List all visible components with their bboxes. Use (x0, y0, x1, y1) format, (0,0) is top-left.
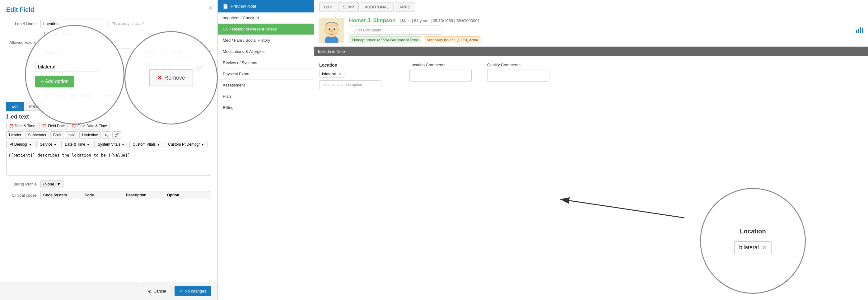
edit-tab[interactable]: Edit (6, 102, 24, 111)
top-tabs: H&P SOAP ADDITIONAL APPS (314, 0, 868, 14)
billing-label: Billing Profile (6, 182, 40, 186)
move-btn-2[interactable]: Move (140, 59, 156, 67)
document-icon: 📄 (223, 4, 228, 9)
tab-apps[interactable]: APPS (395, 2, 415, 11)
right-panel: H&P SOAP ADDITIONAL APPS (314, 0, 868, 300)
value-input-2[interactable] (44, 59, 137, 67)
insert-service[interactable]: Service ▼ (36, 141, 60, 148)
tab-additional[interactable]: ADDITIONAL (360, 2, 394, 11)
insert-date-time[interactable]: Date & Time ▼ (61, 141, 93, 148)
format-buttons: ⏰ Date & Time 📅 Field Date ⏰ Field Date … (6, 123, 211, 129)
btn-sup[interactable]: x2 (112, 131, 121, 139)
tab-soap[interactable]: SOAP (338, 2, 359, 11)
remove-btn-3[interactable]: ✕ Remove (158, 70, 183, 77)
insert-custom-pt-demogr[interactable]: Custom Pt Demogr ▼ (164, 141, 208, 148)
new-page-checkbox[interactable] (99, 94, 103, 98)
required-label: Required field (50, 32, 75, 36)
dropdown-arrow-1: ▼ (29, 143, 32, 146)
no-changes-button[interactable]: ✓ No changes (175, 286, 211, 296)
tab-hp[interactable]: H&P (319, 2, 337, 11)
select-placeholder[interactable]: elect at least one option (319, 80, 381, 89)
btn-italic[interactable]: Italic (65, 131, 78, 139)
label-name-label: Label Name (6, 22, 40, 26)
fmt-field-date-time[interactable]: ⏰ Field Date & Time (69, 123, 110, 129)
nav-item-assessment[interactable]: Assessment (218, 80, 314, 91)
preview-note-header: 📄 Preview Note (218, 0, 314, 12)
edit-field-title: Edit Field (6, 6, 211, 13)
nav-item-ros[interactable]: Review of Systems (218, 57, 314, 68)
fmt-field-date[interactable]: 📅 Field Date (39, 123, 67, 129)
dropdown-arrow-2: ▼ (54, 143, 57, 146)
insert-custom-vitals[interactable]: Custom Vitals ▼ (129, 141, 164, 148)
include-in-note-header: Include in Note (314, 47, 868, 56)
cancel-button[interactable]: ⊘ Cancel (143, 286, 171, 296)
patient-info: Homer J. Simpson | Male | 64 years | 05/… (349, 18, 481, 43)
btn-header[interactable]: Header (6, 131, 24, 139)
patient-name: Homer J. Simpson | Male | 64 years | 05/… (349, 18, 481, 24)
checkmark-icon: ✓ (180, 289, 183, 294)
template-textarea[interactable]: {{patient}} describes the location to be… (6, 151, 211, 176)
bilateral-tag: bilateral ✕ (319, 70, 344, 78)
new-page-label: New Pa (99, 93, 119, 98)
billing-select[interactable]: (None) ▼ (40, 180, 63, 188)
btn-sub[interactable]: x2 (102, 131, 111, 139)
add-option-button[interactable]: + Add option (44, 81, 75, 90)
value-row-3: Move ✕ Remove (44, 69, 211, 78)
location-comments-input[interactable] (409, 69, 472, 82)
fmt-date-time[interactable]: ⏰ Date & Time (6, 123, 38, 129)
new-line-label: New Line (70, 93, 92, 98)
preview-note-panel: 📄 Preview Note onpatient / Check-In CC /… (218, 0, 314, 300)
value-input-3[interactable] (44, 69, 137, 78)
col-option: Option (167, 193, 209, 197)
svg-point-6 (334, 28, 335, 30)
remove-label-1: Remove (177, 51, 191, 55)
nav-item-cc[interactable]: CC / History of Present Illness (218, 24, 314, 35)
btn-bold[interactable]: Bold (51, 131, 63, 139)
svg-rect-12 (856, 30, 858, 33)
move-icon-btn-1[interactable]: ⚲ (158, 49, 168, 57)
move-btn-3[interactable]: Move (140, 70, 156, 77)
nav-item-plan[interactable]: Plan (218, 91, 314, 102)
remove-btn-1[interactable]: ✕ Remove (169, 49, 195, 57)
quality-comments-input[interactable] (487, 69, 550, 82)
insert-system-vitals[interactable]: System Vitals ▼ (94, 141, 128, 148)
new-page-text: New Pa (104, 93, 119, 98)
label-name-input[interactable] (40, 20, 109, 28)
btn-underline[interactable]: Underline (79, 131, 101, 139)
clinical-codes-section: Clinical codes Code System Code Descript… (6, 191, 211, 199)
svg-point-11 (337, 28, 340, 32)
note-fields: Location bilateral ✕ elect at least one … (314, 59, 868, 92)
move-btn-1[interactable]: Move (140, 49, 156, 57)
chart-icon[interactable] (856, 26, 863, 34)
close-icon[interactable]: ✕ (208, 5, 213, 11)
no-changes-label: No changes (185, 289, 206, 294)
spacing-checkboxes: Spacing wi New Line New Pa (44, 93, 211, 98)
btn-subheader[interactable]: Subheader (25, 131, 49, 139)
new-line-checkbox[interactable] (70, 94, 74, 98)
nav-item-checkin[interactable]: onpatient / Check-In (218, 12, 314, 24)
preview-tab[interactable]: Preview (24, 102, 49, 111)
chief-complaint-input[interactable]: Chief Complaint (349, 26, 442, 34)
value-input-1[interactable] (44, 49, 137, 57)
insert-pt-demogr[interactable]: Pt Demogr ▼ (6, 141, 35, 148)
svg-rect-14 (860, 27, 861, 33)
nav-item-meds[interactable]: Medications & Allergies (218, 46, 314, 57)
value-row-1: Move ⚲ ✕ Remove (44, 49, 211, 57)
insert-buttons: Pt Demogr ▼ Service ▼ Date & Time ▼ Syst… (6, 141, 211, 148)
patient-header: Homer J. Simpson | Male | 64 years | 05/… (314, 14, 868, 47)
nav-item-billing[interactable]: Billing (218, 102, 314, 113)
quality-comments-section: Quality Comments (487, 63, 550, 89)
nav-item-physical[interactable]: Physical Exam (218, 68, 314, 80)
note-content: Include in Note Location bilateral ✕ ele… (314, 47, 868, 92)
tag-remove-icon[interactable]: ✕ (338, 71, 342, 76)
cancel-label: Cancel (153, 289, 166, 294)
remove-x-icon-1: ✕ (173, 51, 176, 55)
nav-item-medfam[interactable]: Med / Fam / Social History (218, 35, 314, 46)
avatar (319, 18, 344, 43)
allowed-values-label: Allowed Values (6, 40, 40, 45)
primary-insurer-badge: Primary Insurer: (87726) Pacificare of T… (349, 36, 421, 43)
dropdown-arrow-6: ▼ (201, 143, 204, 146)
value-row-2: Move (44, 59, 211, 67)
insurers: Primary Insurer: (87726) Pacificare of T… (349, 36, 481, 43)
required-checkbox[interactable] (44, 32, 48, 36)
